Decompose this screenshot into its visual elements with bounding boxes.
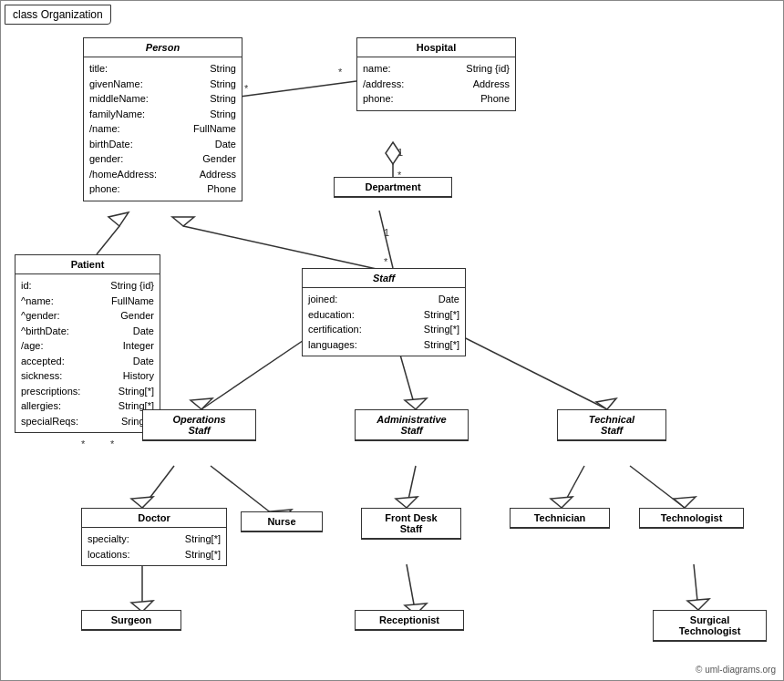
- class-staff-name: Staff: [303, 269, 465, 288]
- svg-marker-13: [172, 217, 194, 226]
- class-technician-name: Technician: [511, 509, 609, 528]
- svg-line-35: [407, 564, 416, 614]
- svg-marker-22: [596, 398, 616, 409]
- class-person-attrs: title:String givenName:String middleName…: [84, 57, 242, 201]
- class-patient: Patient id:String {id} ^name:FullName ^g…: [15, 254, 160, 433]
- class-hospital-attrs: name:String {id} /address:Address phone:…: [357, 57, 515, 110]
- svg-line-29: [562, 466, 584, 508]
- svg-text:*: *: [110, 439, 115, 449]
- diagram-title: class Organization: [5, 5, 111, 25]
- class-technical-staff-name: TechnicalStaff: [558, 410, 665, 440]
- class-nurse: Nurse: [241, 511, 323, 532]
- class-nurse-name: Nurse: [242, 512, 322, 531]
- copyright: © uml-diagrams.org: [696, 665, 776, 675]
- class-surgical-technologist: SurgicalTechnologist: [653, 610, 767, 642]
- class-doctor-name: Doctor: [82, 509, 226, 528]
- svg-marker-28: [396, 497, 418, 508]
- class-surgeon-name: Surgeon: [82, 611, 181, 630]
- class-department: Department: [334, 177, 452, 198]
- class-person-name: Person: [84, 38, 242, 57]
- svg-line-0: [240, 81, 356, 97]
- class-administrative-staff: AdministrativeStaff: [355, 409, 469, 441]
- class-department-name: Department: [335, 178, 451, 197]
- class-staff: Staff joined:Date education:String[*] ce…: [302, 268, 466, 356]
- svg-marker-32: [674, 497, 696, 508]
- class-patient-attrs: id:String {id} ^name:FullName ^gender:Ge…: [15, 274, 160, 432]
- svg-marker-18: [191, 398, 212, 409]
- class-administrative-staff-name: AdministrativeStaff: [356, 410, 468, 440]
- svg-line-7: [379, 211, 393, 268]
- class-staff-attrs: joined:Date education:String[*] certific…: [303, 288, 465, 356]
- class-patient-name: Patient: [15, 255, 160, 274]
- class-front-desk-staff-name: Front DeskStaff: [362, 509, 460, 539]
- svg-text:1: 1: [397, 147, 403, 158]
- class-surgeon: Surgeon: [81, 610, 181, 631]
- svg-line-23: [142, 466, 174, 508]
- class-operations-staff: OperationsStaff: [142, 409, 256, 441]
- svg-marker-11: [108, 212, 129, 226]
- svg-text:*: *: [81, 439, 86, 449]
- class-receptionist-name: Receptionist: [356, 611, 463, 630]
- class-front-desk-staff: Front DeskStaff: [361, 508, 461, 540]
- svg-marker-38: [687, 599, 709, 610]
- class-person: Person title:String givenName:String mid…: [83, 37, 242, 201]
- svg-line-10: [97, 226, 119, 254]
- class-hospital-name: Hospital: [357, 38, 515, 57]
- svg-line-27: [407, 466, 416, 508]
- svg-text:*: *: [244, 83, 249, 94]
- diagram-container: class Organization * * 1 * 1 * * *: [0, 0, 784, 681]
- svg-line-31: [630, 466, 685, 508]
- class-technologist: Technologist: [639, 508, 744, 529]
- svg-line-12: [183, 226, 393, 273]
- class-doctor-attrs: specialty:String[*] locations:String[*]: [82, 528, 226, 565]
- svg-text:*: *: [338, 67, 343, 77]
- svg-marker-20: [405, 398, 427, 409]
- svg-marker-30: [551, 497, 573, 508]
- svg-marker-24: [131, 497, 153, 508]
- class-hospital: Hospital name:String {id} /address:Addre…: [356, 37, 516, 111]
- svg-text:*: *: [384, 256, 388, 267]
- class-operations-staff-name: OperationsStaff: [143, 410, 255, 440]
- svg-line-37: [694, 564, 698, 610]
- class-technologist-name: Technologist: [640, 509, 743, 528]
- class-technical-staff: TechnicalStaff: [557, 409, 666, 441]
- svg-text:1: 1: [384, 227, 389, 238]
- svg-marker-4: [386, 142, 400, 164]
- class-receptionist: Receptionist: [355, 610, 464, 631]
- class-surgical-technologist-name: SurgicalTechnologist: [654, 611, 766, 641]
- class-technician: Technician: [510, 508, 610, 529]
- class-doctor: Doctor specialty:String[*] locations:Str…: [81, 508, 227, 566]
